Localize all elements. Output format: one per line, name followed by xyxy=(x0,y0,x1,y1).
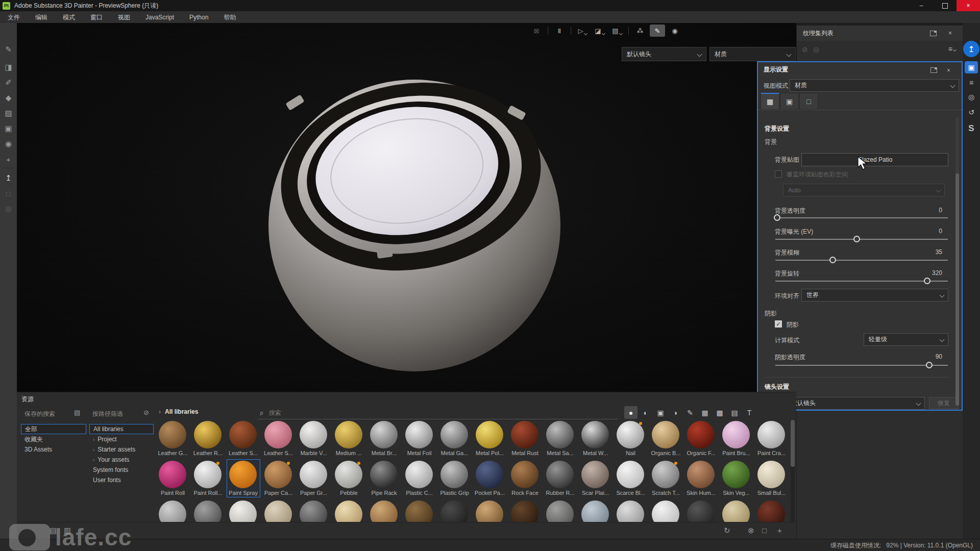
asset-tile-Leather-G-[interactable] xyxy=(159,421,186,448)
layer-link-icon[interactable]: ⊘ xyxy=(802,45,808,54)
undock-panel-icon[interactable] xyxy=(930,67,937,73)
background-rotation-slider-handle[interactable] xyxy=(924,278,930,284)
path-filter-item-Starter-assets[interactable]: ›Starter assets xyxy=(89,444,154,455)
export-assets-icon[interactable]: ↥ xyxy=(2,172,15,184)
asset-tile-row2-3[interactable] xyxy=(264,500,292,522)
eraser-tool-icon[interactable]: ◨ xyxy=(2,61,15,73)
material-picker-tool-icon[interactable]: ◉ xyxy=(2,138,15,150)
filter-environments-icon[interactable]: ▤ xyxy=(728,406,741,419)
menu-窗口[interactable]: 窗口 xyxy=(83,12,110,23)
discard-changes-icon[interactable]: ⊗ xyxy=(748,526,754,535)
polygon-fill-tool-icon[interactable]: ◆ xyxy=(2,92,15,104)
clone-tool-icon[interactable]: ▣ xyxy=(2,122,15,135)
asset-tile-row2-17[interactable] xyxy=(757,500,785,522)
asset-tile-Scarce-Bl-[interactable] xyxy=(617,461,644,488)
asset-tile-row2-2[interactable] xyxy=(229,500,257,522)
asset-tile-row2-0[interactable] xyxy=(159,500,186,522)
environment-align-dropdown[interactable]: 世界 xyxy=(801,289,948,302)
asset-tile-Paint-Spray[interactable] xyxy=(229,461,257,488)
save-search-icon[interactable]: ▤ xyxy=(74,409,80,416)
resources-updater-icon[interactable]: ◎ xyxy=(2,203,15,215)
asset-tile-Metal-Foil[interactable] xyxy=(405,421,433,448)
colorspace-dropdown[interactable]: Auto xyxy=(783,184,945,196)
menu-模式[interactable]: 模式 xyxy=(55,12,83,23)
asset-tile-Metal-Pol-[interactable] xyxy=(476,421,503,448)
asset-tile-Rock-Face[interactable] xyxy=(511,461,538,488)
asset-tile-Metal-W-[interactable] xyxy=(581,421,609,448)
visibility-icon[interactable]: ◎ xyxy=(813,45,819,54)
camera-view-icon[interactable]: ▤ xyxy=(609,24,625,37)
saved-search-item-收藏夹[interactable]: 收藏夹 xyxy=(21,434,86,444)
asset-tile-row2-12[interactable] xyxy=(581,500,609,522)
search-input[interactable]: ⌕ 搜索 xyxy=(258,407,618,419)
shadow-opacity-slider-handle[interactable] xyxy=(926,362,933,368)
refresh-shelf-icon[interactable]: ↻ xyxy=(724,526,730,535)
menu-Python[interactable]: Python xyxy=(182,12,216,23)
asset-tile-row2-8[interactable] xyxy=(440,500,468,522)
asset-tile-Pipe-Rack[interactable] xyxy=(370,461,398,488)
asset-tile-Pocket-Pa-[interactable] xyxy=(476,461,503,488)
asset-tile-Scratch-T-[interactable] xyxy=(652,461,679,488)
asset-tile-Organic-B-[interactable] xyxy=(652,421,679,448)
filter-textures-icon[interactable]: ▩ xyxy=(713,406,726,419)
particles-icon[interactable]: ⁂ xyxy=(632,24,648,37)
background-opacity-slider-handle[interactable] xyxy=(774,214,780,221)
asset-tile-row2-13[interactable] xyxy=(617,500,644,522)
asset-tile-row2-10[interactable] xyxy=(511,500,538,522)
menu-JavaScript[interactable]: JavaScript xyxy=(138,12,182,23)
asset-tile-Scar-Plai-[interactable] xyxy=(581,461,609,488)
asset-tile-Pebble[interactable] xyxy=(335,461,362,488)
history-panel-icon[interactable]: ↺ xyxy=(965,106,978,118)
camera-selector[interactable]: 默认镜头 xyxy=(622,47,706,61)
filter-brushes-icon[interactable]: ✎ xyxy=(683,406,697,419)
path-filter-item-User-fonts[interactable]: User fonts xyxy=(89,475,154,485)
asset-tile-row2-16[interactable] xyxy=(722,500,750,522)
filter-menu-icon[interactable]: ≡ xyxy=(948,45,956,53)
asset-tile-row2-7[interactable] xyxy=(405,500,433,522)
view-mode-dropdown[interactable]: 材质 xyxy=(790,79,959,92)
shading-mode-selector[interactable]: 材质 xyxy=(709,47,796,61)
camera-preset-dropdown[interactable]: 默认镜头 xyxy=(786,397,925,410)
background-rotation-slider[interactable] xyxy=(775,281,948,282)
asset-tile-Leather-S-[interactable] xyxy=(229,421,257,448)
filter-smart-masks-icon[interactable]: ▣ xyxy=(654,406,667,419)
asset-tile-Skin-Veg-[interactable] xyxy=(722,461,750,488)
close-button[interactable]: × xyxy=(957,0,980,11)
menu-帮助[interactable]: 帮助 xyxy=(216,12,243,23)
snap-disabled-icon[interactable]: ⊠ xyxy=(529,24,544,37)
color-picker-tool-icon[interactable]: + xyxy=(2,153,15,165)
minimize-button[interactable]: – xyxy=(910,0,933,11)
path-filter-item-Your-assets[interactable]: ›Your assets xyxy=(89,455,154,465)
path-filter-item-System-fonts[interactable]: System fonts xyxy=(89,465,154,475)
shader-settings-panel-icon[interactable]: ◎ xyxy=(965,91,978,103)
filter-fonts-icon[interactable]: T xyxy=(743,406,756,419)
asset-tile-Metal-Rust[interactable] xyxy=(511,421,538,448)
asset-tile-Small-Bul-[interactable] xyxy=(757,461,785,488)
filter-alphas-icon[interactable]: ▦ xyxy=(698,406,712,419)
geometry-view-icon[interactable]: ◪ xyxy=(592,24,607,37)
shadow-mode-dropdown[interactable]: 轻量级 xyxy=(864,333,948,346)
menu-文件[interactable]: 文件 xyxy=(0,12,28,23)
asset-tile-Leather-R-[interactable] xyxy=(194,421,222,448)
asset-tile-row2-15[interactable] xyxy=(687,500,715,522)
asset-tile-row2-9[interactable] xyxy=(476,500,503,522)
asset-tile-row2-1[interactable] xyxy=(194,500,222,522)
asset-tile-row2-4[interactable] xyxy=(300,500,327,522)
saved-search-item-全部[interactable]: 全部 xyxy=(21,424,86,434)
background-exposure-slider-handle[interactable] xyxy=(853,236,860,242)
brush-mode-icon[interactable]: ✎ xyxy=(650,24,665,37)
asset-tile-Plastic-C-[interactable] xyxy=(405,461,433,488)
viewport-3d[interactable]: ⊠Ⅱ▷◪▤⁂✎◉ 默认镜头 材质 xyxy=(17,23,796,392)
asset-tile-row2-5[interactable] xyxy=(335,500,362,522)
path-filter-item-All-libraries[interactable]: All libraries xyxy=(89,424,154,434)
asset-tile-Metal-Br-[interactable] xyxy=(370,421,398,448)
projection-tool-icon[interactable]: ✐ xyxy=(2,77,15,89)
share-export-button[interactable]: ↥ xyxy=(963,41,979,57)
menu-编辑[interactable]: 编辑 xyxy=(28,12,55,23)
close-panel-icon[interactable]: × xyxy=(947,67,950,74)
asset-tile-Paper-Gr-[interactable] xyxy=(300,461,327,488)
asset-tile-Organic-F-[interactable] xyxy=(687,421,715,448)
hide-filter-icon[interactable]: ⊘ xyxy=(143,409,149,416)
filter-materials-icon[interactable]: ● xyxy=(624,406,638,419)
maximize-button[interactable] xyxy=(933,0,957,11)
